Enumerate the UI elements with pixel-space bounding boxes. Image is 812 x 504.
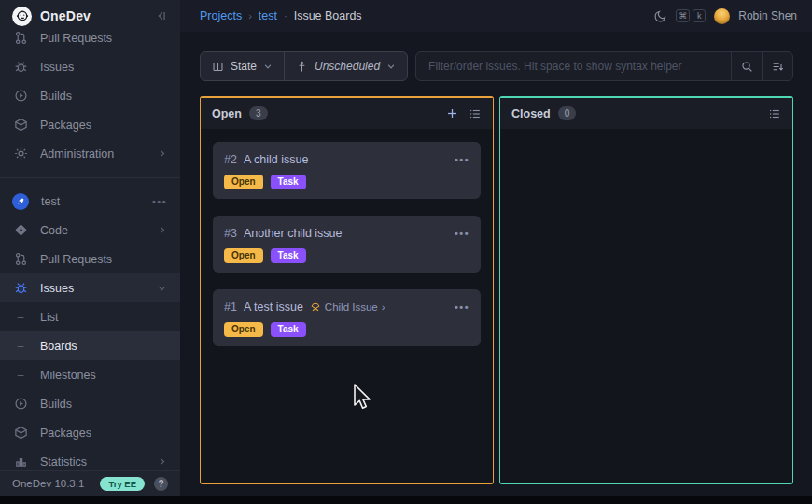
- keyboard-shortcut-hint: ⌘ k: [676, 9, 706, 22]
- sidebar-item-project-issues[interactable]: Issues: [0, 273, 180, 302]
- column-menu-icon[interactable]: [768, 107, 781, 120]
- sidebar-item-project-packages[interactable]: Packages: [0, 418, 180, 447]
- issue-card-2[interactable]: #2 A child issue ••• Open Task: [213, 142, 481, 199]
- sidebar-footer: OneDev 10.3.1 Try EE ?: [0, 470, 180, 496]
- column-menu-icon[interactable]: [469, 107, 482, 120]
- issue-title[interactable]: A child issue: [244, 153, 308, 166]
- sidebar-item-label: Statistics: [40, 455, 87, 469]
- sidebar-item-issues-list[interactable]: – List: [0, 302, 180, 331]
- card-list-empty: [500, 129, 792, 155]
- type-badge-task: Task: [271, 322, 306, 337]
- breadcrumb: Projects › test · Issue Boards: [200, 9, 362, 22]
- chevron-down-icon: [157, 283, 167, 293]
- play-circle-icon: [13, 89, 28, 104]
- sidebar-item-label: Milestones: [40, 369, 96, 382]
- sidebar-item-label: Boards: [40, 340, 77, 353]
- sidebar-item-issues[interactable]: Issues: [0, 52, 180, 81]
- gear-icon: [13, 147, 28, 161]
- milestone-dropdown-button[interactable]: Unscheduled: [284, 52, 407, 80]
- sidebar-divider: [0, 177, 180, 178]
- sub-item-dash: –: [13, 340, 28, 353]
- user-avatar[interactable]: [714, 8, 730, 24]
- issue-title[interactable]: A test issue: [244, 301, 303, 314]
- main-content: State Unscheduled: [180, 32, 812, 496]
- k-key: k: [693, 9, 706, 22]
- chevron-down-icon: [386, 62, 396, 71]
- stats-icon: [13, 455, 28, 469]
- child-issue-link[interactable]: Child Issue ›: [310, 301, 385, 313]
- sidebar-item-label: List: [40, 311, 58, 324]
- project-menu-icon[interactable]: •••: [152, 196, 167, 207]
- version-label: OneDev 10.3.1: [12, 478, 91, 489]
- column-title: Closed: [511, 107, 551, 120]
- pull-request-icon: [13, 252, 28, 267]
- board-column-open: Open 3: [200, 96, 494, 484]
- play-circle-icon: [13, 397, 28, 412]
- sidebar-item-builds[interactable]: Builds: [0, 81, 180, 110]
- card-list: #2 A child issue ••• Open Task #3: [201, 129, 493, 359]
- sidebar-item-project-builds[interactable]: Builds: [0, 389, 180, 418]
- badge-row: Open Task: [224, 322, 469, 337]
- child-issue-icon: [310, 301, 321, 313]
- sidebar-item-label: Builds: [40, 90, 72, 103]
- state-badge-open: Open: [224, 248, 263, 263]
- issue-title[interactable]: Another child issue: [244, 227, 343, 240]
- sidebar: OneDev Pull Requests: [0, 0, 180, 496]
- sidebar-item-label: Builds: [40, 398, 72, 411]
- cmd-key: ⌘: [676, 9, 690, 22]
- sort-order-icon[interactable]: [762, 52, 792, 80]
- column-count-badge: 3: [249, 106, 268, 120]
- sidebar-item-packages[interactable]: Packages: [0, 110, 180, 139]
- sidebar-item-label: Code: [40, 224, 68, 237]
- help-icon[interactable]: ?: [154, 477, 168, 491]
- column-count-badge: 0: [558, 106, 577, 120]
- sidebar-item-label: Issues: [40, 282, 74, 295]
- state-dropdown-button[interactable]: State: [201, 52, 284, 80]
- state-label: State: [231, 60, 257, 73]
- chevron-right-icon: ›: [382, 301, 385, 313]
- breadcrumb-projects-link[interactable]: Projects: [200, 9, 242, 22]
- sidebar-nav: Pull Requests Issues Builds: [0, 23, 180, 496]
- sidebar-item-label: Issues: [40, 61, 74, 74]
- user-name[interactable]: Robin Shen: [738, 9, 797, 22]
- search-icon[interactable]: [731, 52, 762, 80]
- column-title: Open: [212, 107, 242, 120]
- sidebar-item-label: Pull Requests: [40, 253, 112, 266]
- sidebar-item-administration[interactable]: Administration: [0, 139, 180, 168]
- chevron-down-icon: [263, 62, 273, 71]
- filter-input-group: [415, 51, 793, 81]
- sidebar-collapse-icon[interactable]: [155, 9, 168, 22]
- sidebar-project-test[interactable]: test •••: [0, 187, 180, 216]
- add-issue-icon[interactable]: [446, 107, 458, 119]
- child-issue-label: Child Issue: [325, 301, 378, 313]
- right-pane: Projects › test · Issue Boards ⌘ k Robin…: [180, 0, 812, 496]
- breadcrumb-project-link[interactable]: test: [259, 9, 277, 22]
- sidebar-item-pull-requests[interactable]: Pull Requests: [0, 23, 180, 52]
- card-menu-icon[interactable]: •••: [455, 154, 469, 165]
- sidebar-item-project-pull-requests[interactable]: Pull Requests: [0, 245, 180, 273]
- dark-mode-moon-icon[interactable]: [654, 9, 667, 22]
- bug-icon: [13, 60, 28, 75]
- sidebar-item-code[interactable]: Code: [0, 216, 180, 245]
- column-header: Open 3: [201, 98, 493, 129]
- issue-card-1[interactable]: #1 A test issue Child Issue ›: [213, 289, 481, 346]
- state-badge-open: Open: [224, 322, 263, 337]
- column-actions: [446, 107, 482, 120]
- board-filter-button-group: State Unscheduled: [200, 51, 408, 81]
- issue-board: Open 3: [200, 96, 793, 484]
- badge-row: Open Task: [224, 248, 469, 263]
- issue-number: #2: [224, 153, 237, 166]
- card-menu-icon[interactable]: •••: [455, 301, 469, 313]
- column-actions: [768, 107, 781, 120]
- topbar-right: ⌘ k Robin Shen: [654, 8, 797, 24]
- sidebar-item-issues-milestones[interactable]: – Milestones: [0, 360, 180, 389]
- card-menu-icon[interactable]: •••: [455, 228, 469, 239]
- issue-number: #1: [224, 301, 237, 314]
- badge-row: Open Task: [224, 175, 469, 189]
- type-badge-task: Task: [271, 248, 306, 263]
- sidebar-item-issues-boards[interactable]: – Boards: [0, 331, 180, 360]
- issue-card-3[interactable]: #3 Another child issue ••• Open Task: [213, 216, 481, 273]
- try-ee-badge[interactable]: Try EE: [100, 477, 145, 491]
- filter-input[interactable]: [416, 52, 731, 80]
- project-avatar-rocket-icon: [12, 193, 29, 210]
